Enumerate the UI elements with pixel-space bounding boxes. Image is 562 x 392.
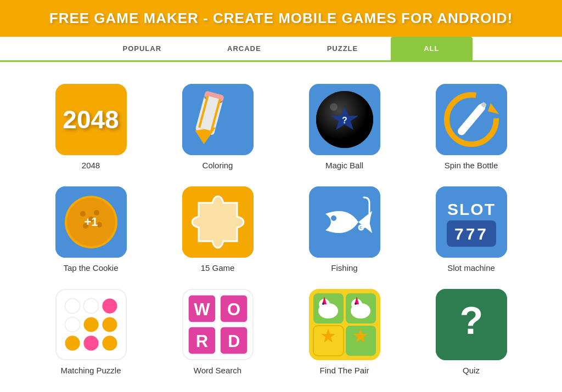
game-icon-fishing [309,186,380,258]
svg-point-68 [355,303,357,305]
svg-text:+1: +1 [84,215,98,229]
svg-text:?: ? [459,299,483,342]
svg-point-43 [65,336,80,350]
svg-text:R: R [195,332,207,351]
game-icon-coloring [182,84,254,155]
svg-point-44 [83,336,98,350]
svg-text:D: D [227,332,239,351]
tab-popular[interactable]: POPULAR [89,37,194,60]
game-item-find-pair[interactable]: Find The Pair [286,289,402,375]
game-label-magic-ball: Magic Ball [325,161,363,170]
game-item-matching-puzzle[interactable]: Matching Puzzle [33,289,149,375]
svg-point-30 [331,215,336,221]
game-item-2048[interactable]: 2048 2048 [33,84,149,170]
game-item-coloring[interactable]: Coloring [160,84,276,170]
game-label-fishing: Fishing [331,263,357,272]
svg-point-42 [102,317,117,332]
game-label-15-game: 15 Game [201,263,235,272]
game-icon-15-game [182,186,254,258]
game-label-2048: 2048 [82,161,100,170]
svg-text:SLOT: SLOT [447,200,496,218]
game-icon-quiz: ? [436,289,507,360]
game-item-word-search[interactable]: W O R D Word Search [160,289,276,375]
tab-puzzle[interactable]: PUZZLE [294,37,391,60]
game-icon-2048: 2048 [55,84,127,155]
games-grid: 2048 2048 Coloring [0,62,562,392]
svg-point-40 [65,317,80,332]
game-item-magic-ball[interactable]: ? Magic Ball [286,84,402,170]
tab-all[interactable]: ALL [391,37,472,60]
game-label-matching-puzzle: Matching Puzzle [60,366,121,375]
svg-point-63 [322,303,324,305]
svg-point-41 [83,317,98,332]
svg-point-45 [102,336,117,350]
game-label-quiz: Quiz [463,366,480,375]
svg-point-12 [330,103,338,111]
svg-point-37 [65,299,80,314]
game-label-tap-cookie: Tap the Cookie [63,263,118,272]
game-icon-magic-ball: ? [309,84,380,155]
banner-title: FREE GAME MAKER - CREATE MOBILE GAMES FO… [0,10,562,27]
banner: FREE GAME MAKER - CREATE MOBILE GAMES FO… [0,0,562,37]
svg-text:?: ? [342,116,347,125]
game-icon-slot-machine: SLOT 777 [436,186,507,258]
game-item-quiz[interactable]: ? Quiz [413,289,529,375]
svg-point-39 [102,299,117,314]
game-icon-find-pair [309,289,380,360]
game-label-spin-bottle: Spin the Bottle [445,161,498,170]
tab-arcade[interactable]: ARCADE [194,37,294,60]
svg-point-38 [83,299,98,314]
game-icon-spin-bottle [436,84,507,155]
game-label-word-search: Word Search [194,366,241,375]
game-label-slot-machine: Slot machine [447,263,495,272]
svg-text:777: 777 [454,225,488,243]
game-label-find-pair: Find The Pair [320,366,369,375]
game-item-tap-cookie[interactable]: +1 Tap the Cookie [33,186,149,272]
game-icon-tap-cookie: +1 [55,186,127,258]
game-item-slot-machine[interactable]: SLOT 777 Slot machine [413,186,529,272]
game-item-15-game[interactable]: 15 Game [160,186,276,272]
game-item-fishing[interactable]: Fishing [286,186,402,272]
game-item-spin-bottle[interactable]: Spin the Bottle [413,84,529,170]
game-label-coloring: Coloring [203,161,233,170]
game-icon-word-search: W O R D [182,289,254,360]
nav-tabs: POPULAR ARCADE PUZZLE ALL [0,37,562,62]
svg-text:O: O [227,300,240,319]
game-icon-matching-puzzle [55,289,127,360]
svg-text:W: W [194,300,210,319]
